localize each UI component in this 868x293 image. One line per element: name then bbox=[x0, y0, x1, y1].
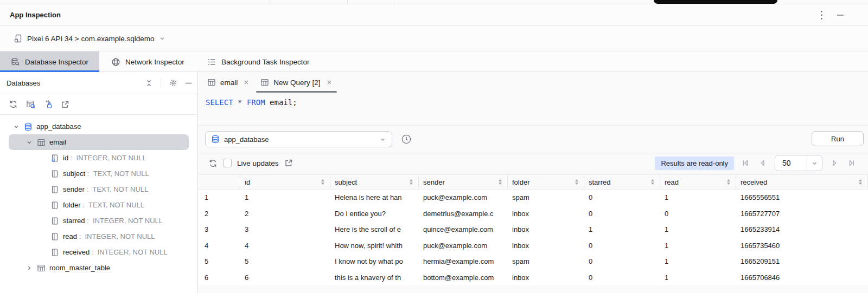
tree-item-database[interactable]: app_database bbox=[0, 119, 197, 134]
tree-column-folder[interactable]: folderTEXT, NOT NULL bbox=[0, 197, 197, 213]
tree-column-subject[interactable]: subjectTEXT, NOT NULL bbox=[0, 166, 197, 181]
database-select[interactable]: app_database bbox=[205, 131, 392, 147]
hide-panel-icon[interactable] bbox=[185, 80, 192, 87]
column-header-starred[interactable]: starred bbox=[584, 175, 660, 189]
cell-subject[interactable]: How now, spirit! whith bbox=[330, 238, 419, 254]
column-header-sender[interactable]: sender bbox=[419, 175, 508, 189]
tab-new-query[interactable]: New Query [2] bbox=[255, 72, 337, 93]
cell-read[interactable]: 1 bbox=[660, 253, 736, 270]
tab-network-inspector[interactable]: Network Inspector bbox=[100, 51, 195, 72]
table-row[interactable]: 22Do I entice you?demetrius@example.cinb… bbox=[199, 206, 868, 222]
cell-starred[interactable]: 0 bbox=[584, 238, 660, 254]
sql-editor[interactable]: SELECT * FROM email; bbox=[199, 93, 868, 126]
cell-starred[interactable]: 0 bbox=[584, 206, 660, 222]
cell-starred[interactable]: 0 bbox=[584, 270, 660, 286]
tree-column-received[interactable]: receivedINTEGER, NOT NULL bbox=[0, 244, 197, 260]
cell-subject[interactable]: I know not by what po bbox=[330, 253, 419, 270]
cell-sender[interactable]: puck@example.com bbox=[419, 238, 508, 254]
sort-icon[interactable] bbox=[859, 179, 862, 185]
cell-subject[interactable]: Do I entice you? bbox=[330, 206, 419, 222]
column-header-subject[interactable]: subject bbox=[330, 175, 419, 189]
query-history-icon[interactable] bbox=[400, 133, 412, 145]
cell-received[interactable]: 1665735460 bbox=[736, 238, 868, 254]
close-icon[interactable] bbox=[243, 79, 250, 86]
export-icon[interactable] bbox=[61, 100, 69, 109]
prev-page-icon[interactable] bbox=[758, 158, 768, 168]
table-row[interactable]: 33Here is the scroll of equince@example.… bbox=[199, 222, 868, 238]
cell-folder[interactable]: inbox bbox=[508, 238, 584, 254]
last-page-icon[interactable] bbox=[846, 158, 856, 168]
refresh-icon[interactable] bbox=[208, 159, 218, 168]
cell-starred[interactable]: 0 bbox=[584, 253, 660, 270]
cell-read[interactable]: 0 bbox=[660, 206, 736, 222]
first-page-icon[interactable] bbox=[741, 158, 751, 168]
tab-database-inspector[interactable]: Database Inspector bbox=[0, 51, 99, 72]
table-row[interactable]: 66this is a knavery of thbottom@example.… bbox=[199, 270, 868, 286]
table-row[interactable]: 11Helena is here at hanpuck@example.coms… bbox=[199, 190, 868, 206]
cell-id[interactable]: 6 bbox=[240, 270, 330, 286]
gear-icon[interactable] bbox=[169, 79, 177, 87]
column-header-folder[interactable]: folder bbox=[508, 175, 584, 189]
live-updates-checkbox[interactable] bbox=[223, 159, 232, 167]
cell-folder[interactable]: inbox bbox=[508, 270, 584, 286]
cell-starred[interactable]: 1 bbox=[584, 222, 660, 238]
sort-icon[interactable] bbox=[651, 179, 654, 185]
device-process-selector[interactable]: Pixel 6 API 34 > com.example.sqldemo bbox=[14, 34, 165, 43]
sort-icon[interactable] bbox=[410, 179, 413, 185]
keep-connections-open-icon[interactable] bbox=[44, 100, 53, 109]
minimize-icon[interactable] bbox=[837, 11, 844, 19]
column-header-id[interactable]: id bbox=[240, 175, 330, 189]
tree-column-sender[interactable]: senderTEXT, NOT NULL bbox=[0, 181, 197, 197]
column-header-read[interactable]: read bbox=[660, 175, 736, 189]
page-size-select[interactable]: 50 bbox=[775, 155, 822, 171]
cell-read[interactable]: 1 bbox=[660, 222, 736, 238]
cell-subject[interactable]: Here is the scroll of e bbox=[330, 222, 419, 238]
cell-subject[interactable]: Helena is here at han bbox=[330, 190, 419, 206]
cell-read[interactable]: 1 bbox=[660, 238, 736, 254]
sort-icon[interactable] bbox=[499, 179, 502, 185]
cell-folder[interactable]: inbox bbox=[508, 222, 584, 238]
cell-received[interactable]: 1665706846 bbox=[736, 270, 868, 286]
cell-sender[interactable]: quince@example.com bbox=[419, 222, 508, 238]
tree-item-table-room-master[interactable]: room_master_table bbox=[0, 260, 197, 276]
cell-received[interactable]: 1665556551 bbox=[736, 190, 868, 206]
chevron-down-icon[interactable] bbox=[12, 123, 21, 130]
cell-folder[interactable]: spam bbox=[508, 190, 584, 206]
cell-read[interactable]: 1 bbox=[660, 190, 736, 206]
tree-item-table-email[interactable]: email bbox=[9, 134, 189, 150]
export-icon[interactable] bbox=[284, 159, 293, 167]
cell-received[interactable]: 1665233914 bbox=[736, 222, 868, 238]
cell-sender[interactable]: hermia@example.com bbox=[419, 253, 508, 270]
cell-starred[interactable]: 0 bbox=[584, 190, 660, 206]
collapse-all-icon[interactable] bbox=[145, 79, 153, 87]
cell-sender[interactable]: bottom@example.com bbox=[419, 270, 508, 286]
cell-read[interactable]: 1 bbox=[660, 270, 736, 286]
tree-column-starred[interactable]: starredINTEGER, NOT NULL bbox=[0, 213, 197, 229]
table-search-icon[interactable] bbox=[26, 100, 36, 109]
cell-id[interactable]: 3 bbox=[240, 222, 330, 238]
close-icon[interactable] bbox=[326, 79, 333, 86]
sort-icon[interactable] bbox=[575, 179, 578, 185]
tree-column-read[interactable]: readINTEGER, NOT NULL bbox=[0, 229, 197, 244]
cell-folder[interactable]: inbox bbox=[508, 206, 584, 222]
next-page-icon[interactable] bbox=[829, 158, 839, 168]
refresh-icon[interactable] bbox=[9, 100, 18, 109]
chevron-right-icon[interactable] bbox=[25, 265, 34, 271]
cell-id[interactable]: 1 bbox=[240, 190, 330, 206]
cell-subject[interactable]: this is a knavery of th bbox=[330, 270, 419, 286]
cell-folder[interactable]: spam bbox=[508, 253, 584, 270]
cell-id[interactable]: 2 bbox=[240, 206, 330, 222]
cell-sender[interactable]: demetrius@example.c bbox=[419, 206, 508, 222]
tab-email-results[interactable]: email bbox=[202, 72, 255, 93]
cell-id[interactable]: 4 bbox=[240, 238, 330, 254]
sort-icon[interactable] bbox=[727, 179, 730, 185]
cell-received[interactable]: 1665209151 bbox=[736, 253, 868, 270]
table-row[interactable]: 44How now, spirit! whithpuck@example.com… bbox=[199, 238, 868, 254]
kebab-menu-icon[interactable] bbox=[820, 10, 822, 20]
cell-id[interactable]: 5 bbox=[240, 253, 330, 270]
cell-sender[interactable]: puck@example.com bbox=[419, 190, 508, 206]
tree-column-id[interactable]: idINTEGER, NOT NULL bbox=[0, 150, 197, 166]
cell-received[interactable]: 1665727707 bbox=[736, 206, 868, 222]
column-header-received[interactable]: received bbox=[736, 175, 868, 189]
tab-background-task-inspector[interactable]: Background Task Inspector bbox=[196, 51, 321, 72]
